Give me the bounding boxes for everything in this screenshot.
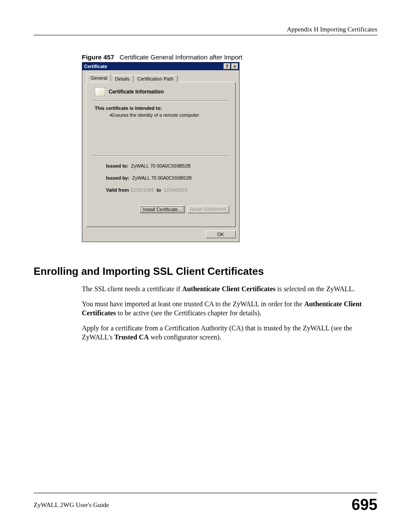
- section-heading: Enrolling and Importing SSL Client Certi…: [34, 265, 377, 277]
- tab-general[interactable]: General: [87, 74, 111, 82]
- tab-panel-general: Certificate Information This certificate…: [86, 82, 236, 227]
- tab-strip: General Details Certification Path: [87, 74, 236, 82]
- intended-purpose: •Ensures the identity of a remote comput…: [109, 112, 229, 118]
- figure-number: Figure 457: [82, 53, 114, 61]
- help-button[interactable]: ?: [224, 63, 230, 69]
- valid-from-label: Valid from: [106, 187, 129, 193]
- valid-to-value: 12/24/2029: [164, 187, 187, 193]
- page-header: Appendix H Importing Certificates: [34, 26, 377, 35]
- valid-to-label: to: [156, 187, 161, 193]
- valid-row: Valid from 12/31/1999 to 12/24/2029: [106, 187, 229, 193]
- divider: [92, 100, 229, 101]
- tab-certification-path[interactable]: Certification Path: [134, 75, 177, 82]
- tab-details[interactable]: Details: [111, 75, 134, 82]
- paragraph-3: Apply for a certificate from a Certifica…: [82, 324, 366, 342]
- footer-guide-name: ZyWALL 2WG User's Guide: [34, 501, 109, 509]
- text: to be active (see the Certificates chapt…: [116, 309, 262, 317]
- window-title: Certificate: [84, 64, 107, 69]
- page-footer: ZyWALL 2WG User's Guide 695: [34, 493, 377, 514]
- divider: [92, 156, 229, 156]
- issued-to-row: Issued to: ZyWALL 70 00A0C559B52B: [106, 163, 229, 168]
- issued-by-row: Issued by: ZyWALL 70 00A0C559B52B: [106, 175, 229, 180]
- paragraph-1: The SSL client needs a certificate if Au…: [82, 284, 366, 293]
- text: You must have imported at least one trus…: [82, 300, 304, 308]
- intended-label: This certificate is intended to:: [95, 106, 229, 111]
- issued-to-value: ZyWALL 70 00A0C559B52B: [131, 163, 191, 168]
- issued-by-value: ZyWALL 70 00A0C559B52B: [132, 175, 192, 180]
- close-button[interactable]: ×: [231, 63, 238, 69]
- issued-by-label: Issued by:: [106, 175, 129, 180]
- cert-info-heading: Certificate Information: [109, 89, 164, 95]
- bold-text: Authenticate Client Certificates: [182, 285, 276, 292]
- text: is selected on the ZyWALL.: [275, 285, 355, 292]
- page-number: 695: [352, 496, 377, 514]
- titlebar: Certificate ? ×: [82, 62, 239, 70]
- appendix-label: Appendix H Importing Certificates: [287, 26, 377, 33]
- bold-text: Trusted CA: [114, 333, 149, 341]
- certificate-icon: [95, 87, 105, 96]
- paragraph-2: You must have imported at least one trus…: [82, 299, 366, 317]
- figure-title: Certificate General Information after Im…: [120, 53, 243, 61]
- issuer-statement-button: Issuer Statement: [187, 205, 229, 213]
- text: The SSL client needs a certificate if: [82, 285, 182, 292]
- figure-caption: Figure 457 Certificate General Informati…: [82, 53, 377, 61]
- ok-button[interactable]: OK: [206, 230, 236, 238]
- valid-from-value: 12/31/1999: [130, 187, 154, 193]
- install-certificate-button[interactable]: Install Certificate...: [140, 205, 184, 213]
- certificate-dialog: Certificate ? × General Details Certific…: [82, 62, 240, 242]
- text: web configurator screen).: [149, 333, 221, 341]
- issued-to-label: Issued to:: [106, 163, 128, 168]
